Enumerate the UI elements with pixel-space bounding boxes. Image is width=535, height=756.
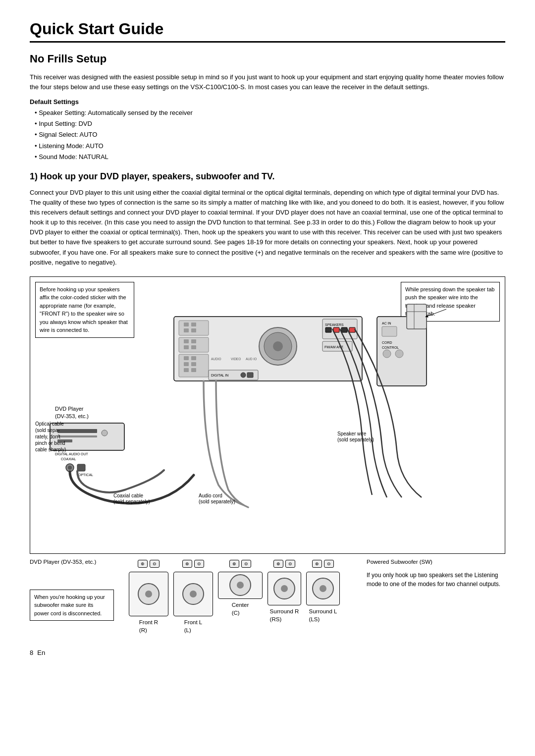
svg-text:(sold separately): (sold separately) [199,499,235,504]
svg-rect-17 [191,368,196,372]
svg-text:VIDEO: VIDEO [231,357,241,361]
terminal-minus: ⊖ [285,560,295,568]
speaker-cone [312,578,334,599]
svg-text:cable sharply): cable sharply) [35,447,66,452]
speaker-cone [273,578,295,599]
svg-rect-14 [184,362,189,366]
terminal-minus: ⊖ [241,560,251,568]
svg-text:(sold separately): (sold separately) [337,437,374,442]
svg-text:DIGITAL AUDIO OUT: DIGITAL AUDIO OUT [55,452,89,456]
terminal-plus: ⊕ [312,560,322,568]
svg-rect-12 [184,356,189,360]
powered-subwoofer-label: Powered Subwoofer (SW) [367,559,432,565]
footnote-col: Powered Subwoofer (SW) If you only hook … [367,559,505,589]
default-setting-item: Signal Select: AUTO [35,129,505,140]
svg-rect-38 [382,326,397,336]
svg-text:Speaker wire: Speaker wire [337,431,367,436]
default-settings-list: Speaker Setting: Automatically sensed by… [30,108,505,162]
svg-point-20 [273,341,283,351]
body-text: Connect your DVD player to this unit usi… [30,188,505,268]
diagram-svg: SPEAKERS FM/AM ANT. DIGITAL IN AUDIO VID… [30,277,505,525]
speaker-box [218,572,263,599]
svg-text:(sold separately): (sold separately) [113,499,150,504]
svg-rect-7 [184,339,189,343]
svg-text:DVD Player: DVD Player [55,406,84,412]
svg-rect-26 [349,327,355,332]
svg-rect-3 [191,323,196,326]
terminal-plus: ⊕ [182,560,192,568]
default-setting-item: Speaker Setting: Automatically sensed by… [35,108,505,118]
svg-text:CONTROL: CONTROL [382,346,399,349]
speaker-surround-r: ⊕ ⊖ Surround R(RS) [268,559,301,623]
section2-heading: 1) Hook up your DVD player, speakers, su… [30,171,505,182]
dvd-label: DVD Player (DV-353, etc.) [30,559,129,565]
speaker-cone [182,583,204,605]
svg-point-51 [68,466,72,470]
svg-rect-8 [191,339,196,343]
svg-rect-15 [191,362,196,366]
speaker-box [173,572,213,616]
svg-text:(sold sepa-: (sold sepa- [35,428,59,433]
speaker-front-l: ⊕ ⊖ Front L(L) [173,559,213,634]
svg-rect-52 [77,464,85,471]
svg-rect-2 [184,323,189,326]
speaker-label: Center(C) [232,601,249,617]
dvd-subwoofer-col: DVD Player (DV-353, etc.) When you're ho… [30,559,129,621]
svg-rect-13 [191,356,196,360]
speaker-box [129,572,168,616]
svg-rect-23 [325,327,331,332]
page-number: 8 [30,649,33,656]
terminal-plus: ⊕ [229,560,239,568]
svg-point-45 [102,430,107,436]
svg-rect-10 [191,345,196,349]
terminal-minus: ⊖ [194,560,204,568]
terminal-minus: ⊖ [324,560,334,568]
svg-rect-44 [57,429,97,433]
svg-text:(DV-353, etc.): (DV-353, etc.) [55,413,89,419]
speaker-box [306,572,340,605]
svg-rect-16 [184,368,189,372]
svg-text:rately, don't: rately, don't [35,434,60,439]
speaker-front-r: ⊕ ⊖ Front R(R) [129,559,168,634]
default-setting-item: Sound Mode: NATURAL [35,152,505,162]
svg-rect-9 [184,345,189,349]
subwoofer-note: When you're hooking up your subwoofer ma… [30,590,114,621]
page-footer: 8 En [30,649,505,656]
terminal-minus: ⊖ [150,560,160,568]
terminal-plus: ⊕ [273,560,283,568]
default-settings-block: Default Settings Speaker Setting: Automa… [30,98,505,162]
svg-text:OPTICAL: OPTICAL [78,473,93,477]
speaker-center: ⊕ ⊖ Center(C) [218,559,263,617]
terminal-plus: ⊕ [138,560,148,568]
svg-text:Coaxial cable: Coaxial cable [113,493,143,498]
intro-text: This receiver was designed with the easi… [30,72,505,92]
speaker-cone [229,574,251,596]
svg-rect-5 [191,328,196,332]
svg-text:SPEAKERS: SPEAKERS [325,323,344,326]
footnote-text: If you only hook up two speakers set the… [367,571,505,589]
svg-rect-32 [247,373,253,378]
speaker-cone [138,583,160,605]
page-title: Quick Start Guide [30,20,505,43]
svg-text:AUDIO: AUDIO [211,357,221,361]
svg-point-41 [383,350,391,358]
speaker-label: Surround L(LS) [309,607,337,623]
svg-point-42 [395,350,403,358]
svg-rect-46 [57,435,97,437]
page-lang: En [37,649,45,656]
default-settings-label: Default Settings [30,98,505,106]
svg-text:AC IN: AC IN [382,322,391,325]
svg-text:AUD IO: AUD IO [246,357,257,361]
speaker-box [268,572,301,605]
svg-text:Optical cable: Optical cable [35,421,64,427]
svg-rect-25 [341,327,347,332]
svg-rect-54 [407,304,427,329]
svg-rect-4 [184,328,189,332]
svg-text:CORD: CORD [382,341,392,344]
speaker-label: Surround R(RS) [270,607,299,623]
speaker-label: Front R(R) [139,618,158,634]
svg-text:DIGITAL IN: DIGITAL IN [211,374,228,377]
main-diagram: Before hooking up your speakers affix th… [30,276,505,554]
svg-text:Audio cord: Audio cord [199,493,222,498]
speaker-surround-l: ⊕ ⊖ Surround L(LS) [306,559,340,623]
